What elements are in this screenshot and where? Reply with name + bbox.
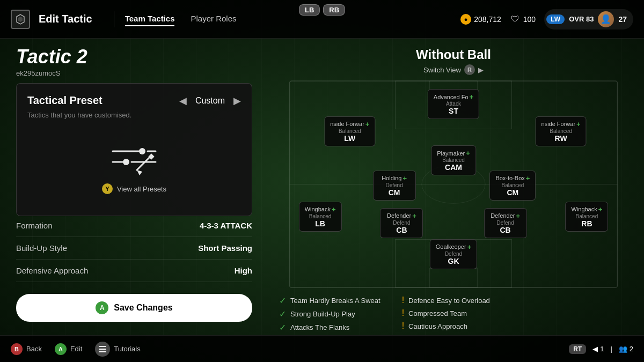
stats-section: Formation 4-3-3 ATTACK Build-Up Style Sh…	[16, 215, 252, 282]
role-cm-l: Holding+	[379, 174, 410, 182]
tutorials-label: Tutorials	[114, 345, 140, 353]
a-button-icon: A	[55, 343, 67, 355]
pos-cb-l: CB	[386, 226, 417, 234]
count-value-2: 2	[630, 345, 633, 353]
style-st: Attack	[434, 101, 473, 107]
stat-label-defensive: Defensive Approach	[16, 266, 88, 275]
player-ovr-value: 83	[586, 15, 594, 23]
role-st: Advanced Fo+	[434, 93, 473, 101]
player-card-lb[interactable]: Wingback+ Balanced LB	[299, 202, 342, 232]
check-icon-1: ✓	[279, 309, 286, 319]
preset-panel: Tactical Preset ◀ Custom ▶ Tactics that …	[16, 83, 252, 216]
player-avatar: 👤	[598, 11, 614, 27]
menu-line-3	[99, 351, 106, 352]
edit-label: Edit	[70, 345, 82, 353]
player-card-cm-l[interactable]: Holding+ Defend CM	[373, 171, 416, 201]
check-icon-2: ✓	[279, 322, 286, 333]
r-badge: R	[464, 64, 475, 75]
warning-text-1: Compressed Team	[408, 309, 467, 317]
svg-point-1	[139, 148, 145, 154]
tab-player-roles[interactable]: Player Roles	[191, 12, 236, 26]
role-gk: Goalkeeper+	[436, 243, 471, 251]
rt-badge: RT	[569, 344, 586, 354]
role-cm-r: Box-to-Box+	[495, 174, 530, 182]
role-cb-l: Defender+	[386, 212, 417, 220]
view-presets-label: View all Presets	[117, 185, 166, 193]
preset-icon-area: Y View all Presets	[27, 130, 241, 205]
tutorials-button[interactable]: Tutorials	[95, 342, 140, 357]
bumper-buttons: LB RB	[299, 4, 345, 16]
player-card-rb[interactable]: Wingback+ Balanced RB	[565, 202, 608, 232]
role-lb: Wingback+	[305, 205, 336, 213]
edit-button[interactable]: A Edit	[55, 343, 82, 355]
svg-line-6	[137, 157, 150, 170]
save-changes-button[interactable]: A Save Changes	[16, 294, 252, 322]
count-icon-1: ◀	[592, 345, 598, 353]
pos-lw: LW	[330, 134, 369, 143]
save-label: Save Changes	[114, 303, 172, 313]
view-presets-button[interactable]: Y View all Presets	[102, 183, 166, 194]
separator: |	[610, 345, 612, 353]
player-card-rw[interactable]: nside Forwar+ Balanced RW	[536, 116, 587, 146]
preset-next-button[interactable]: ▶	[233, 95, 241, 107]
b-button-icon: B	[11, 343, 23, 355]
switch-view-label: Switch View	[423, 66, 461, 74]
style-cb-r: Defend	[490, 220, 521, 226]
count-badge-2: 👥 2	[619, 345, 633, 353]
player-card-cm-r[interactable]: Box-to-Box+ Balanced CM	[489, 171, 536, 201]
stat-value-formation: 4-3-3 ATTACK	[200, 221, 252, 230]
svg-marker-7	[137, 170, 142, 175]
insight-text-2: Attacks The Flanks	[290, 323, 349, 331]
rb-button[interactable]: RB	[323, 4, 345, 16]
warn-icon-2: !	[402, 321, 404, 331]
player-card-lw[interactable]: nside Forwar+ Balanced LW	[324, 116, 375, 146]
tactic-user: ek295zumocS	[16, 69, 87, 77]
player-card-st[interactable]: Advanced Fo+ Attack ST	[428, 89, 479, 119]
warn-icon-0: !	[402, 295, 404, 305]
pitch-area: Without Ball Switch View R ▶ Advanced Fo…	[263, 39, 644, 335]
switch-view[interactable]: Switch View R ▶	[263, 64, 644, 75]
warn-icon-1: !	[402, 308, 404, 318]
role-rw: nside Forwar+	[541, 120, 581, 128]
stat-row-formation[interactable]: Formation 4-3-3 ATTACK	[16, 215, 252, 237]
pos-cm-l: CM	[379, 188, 410, 197]
player-card-cam[interactable]: Playmaker+ Balanced CAM	[431, 145, 476, 175]
count-value-1: 1	[600, 345, 604, 353]
pos-rw: RW	[541, 134, 581, 143]
check-icon-0: ✓	[279, 295, 286, 306]
stat-row-buildup[interactable]: Build-Up Style Short Passing	[16, 237, 252, 260]
coins-value: 208,712	[474, 15, 501, 24]
style-cb-l: Defend	[386, 220, 417, 226]
pos-gk: GK	[436, 257, 471, 265]
preset-icon	[107, 141, 161, 178]
stat-row-defensive[interactable]: Defensive Approach High	[16, 260, 252, 282]
back-label: Back	[26, 345, 42, 353]
player-card-cb-r[interactable]: Defender+ Defend CB	[484, 208, 527, 238]
preset-value: Custom	[195, 96, 225, 106]
player-badge: LW OVR 83 👤 27	[544, 9, 633, 29]
warning-item-2: ! Cautious Approach	[402, 321, 490, 331]
tab-team-tactics[interactable]: Team Tactics	[125, 12, 175, 26]
lb-button[interactable]: LB	[299, 4, 320, 16]
without-ball-title: Without Ball	[263, 47, 644, 62]
pos-cm-r: CM	[495, 188, 530, 197]
pos-cb-r: CB	[490, 226, 521, 234]
player-card-cb-l[interactable]: Defender+ Defend CB	[380, 208, 423, 238]
pos-cam: CAM	[437, 163, 470, 172]
pos-rb: RB	[571, 219, 602, 228]
back-button[interactable]: B Back	[11, 343, 42, 355]
preset-header: Tactical Preset ◀ Custom ▶	[27, 94, 241, 107]
player-card-gk[interactable]: Goalkeeper+ Defend GK	[430, 239, 477, 269]
preset-prev-button[interactable]: ◀	[179, 95, 187, 107]
insights-area: ✓ Team Hardly Breaks A Sweat ✓ Strong Bu…	[263, 295, 644, 333]
preset-title: Tactical Preset	[27, 94, 103, 107]
style-lb: Balanced	[305, 213, 336, 219]
role-rb: Wingback+	[571, 205, 602, 213]
insight-item-1: ✓ Strong Build-Up Play	[279, 309, 380, 319]
header-title: Edit Tactic	[39, 13, 92, 25]
style-rb: Balanced	[571, 213, 602, 219]
save-btn-area: A Save Changes	[16, 294, 252, 322]
stat-label-formation: Formation	[16, 221, 53, 230]
shields-display: 🛡 100	[510, 14, 536, 25]
a-button-save: A	[96, 301, 108, 314]
